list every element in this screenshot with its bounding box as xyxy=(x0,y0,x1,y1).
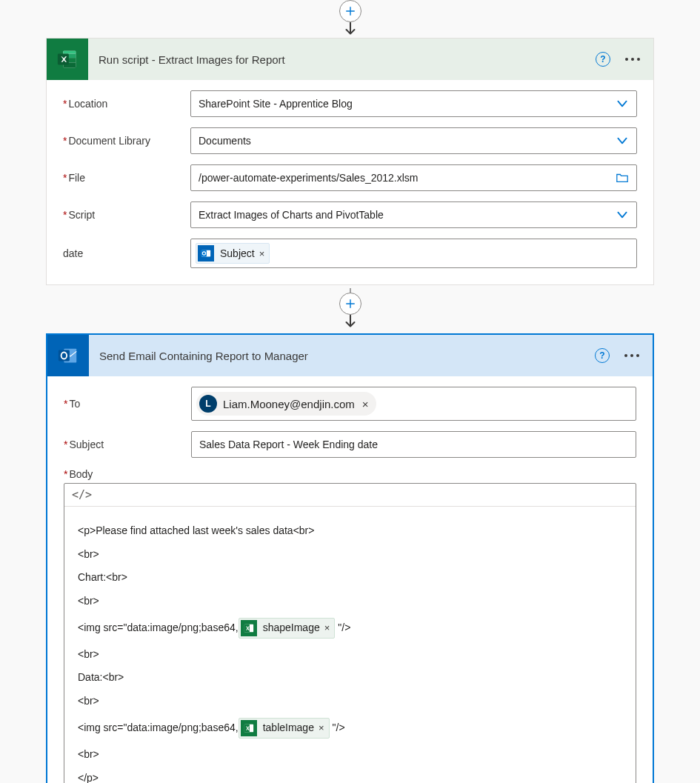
recipient-remove[interactable]: × xyxy=(362,398,369,410)
file-label: File xyxy=(63,172,190,184)
code-view-button[interactable]: </> xyxy=(64,484,636,507)
location-dropdown[interactable]: SharePoint Site - Apprentice Blog xyxy=(190,90,637,117)
step-title: Send Email Containing Report to Manager xyxy=(89,350,595,362)
subject-label: Subject xyxy=(64,439,191,450)
outlook-icon xyxy=(47,335,89,376)
tableimage-token[interactable]: tableImage × xyxy=(239,718,330,739)
add-step-button-top[interactable] xyxy=(339,0,361,22)
connector-top xyxy=(46,0,654,38)
arrow-down-icon xyxy=(342,21,359,38)
step-header[interactable]: Run script - Extract Images for Report ? xyxy=(47,39,653,80)
svg-rect-15 xyxy=(244,724,250,733)
recipient-pill[interactable]: L Liam.Mooney@endjin.com × xyxy=(196,392,376,416)
outlook-icon xyxy=(198,245,214,261)
svg-rect-1 xyxy=(63,51,76,54)
chevron-down-icon xyxy=(616,97,629,110)
shapeimage-token[interactable]: shapeImage × xyxy=(239,618,336,639)
step-run-script: Run script - Extract Images for Report ?… xyxy=(46,38,654,285)
chevron-down-icon xyxy=(616,208,629,221)
script-dropdown[interactable]: Extract Images of Charts and PivotTable xyxy=(190,201,637,228)
token-remove[interactable]: × xyxy=(324,621,330,636)
arrow-down-icon xyxy=(342,314,359,330)
token-remove[interactable]: × xyxy=(319,721,324,736)
folder-icon xyxy=(616,171,629,184)
step-header[interactable]: Send Email Containing Report to Manager … xyxy=(47,335,653,376)
help-icon[interactable]: ? xyxy=(595,348,610,363)
token-remove[interactable]: × xyxy=(259,248,265,259)
help-icon[interactable]: ? xyxy=(596,52,610,67)
file-picker[interactable]: /power-automate-experiments/Sales_2012.x… xyxy=(190,164,637,191)
svg-rect-13 xyxy=(244,624,250,633)
excel-icon xyxy=(241,620,257,636)
step-more-menu[interactable] xyxy=(625,58,640,61)
to-input[interactable]: L Liam.Mooney@endjin.com × xyxy=(191,387,636,421)
chevron-down-icon xyxy=(616,134,629,147)
subject-input[interactable]: Sales Data Report - Week Ending date xyxy=(191,431,636,458)
step-more-menu[interactable] xyxy=(624,354,639,357)
document-library-dropdown[interactable]: Documents xyxy=(190,127,637,154)
recipient-avatar: L xyxy=(199,395,217,413)
subject-token[interactable]: Subject × xyxy=(196,243,270,264)
location-label: Location xyxy=(63,98,190,110)
connector-middle xyxy=(46,288,654,330)
step-send-email: Send Email Containing Report to Manager … xyxy=(46,333,654,783)
date-input[interactable]: Subject × xyxy=(190,239,637,268)
document-library-label: Document Library xyxy=(63,135,190,147)
excel-icon xyxy=(47,39,88,80)
body-editor[interactable]: </> <p>Please find attached last week's … xyxy=(64,483,636,783)
date-label: date xyxy=(63,247,190,259)
script-label: Script xyxy=(63,209,190,221)
excel-icon xyxy=(241,720,257,736)
to-label: To xyxy=(64,398,191,410)
body-content[interactable]: <p>Please find attached last week's sale… xyxy=(64,507,636,783)
body-label: Body xyxy=(64,468,636,480)
step-title: Run script - Extract Images for Report xyxy=(88,53,596,66)
add-step-button-middle[interactable] xyxy=(339,293,361,315)
